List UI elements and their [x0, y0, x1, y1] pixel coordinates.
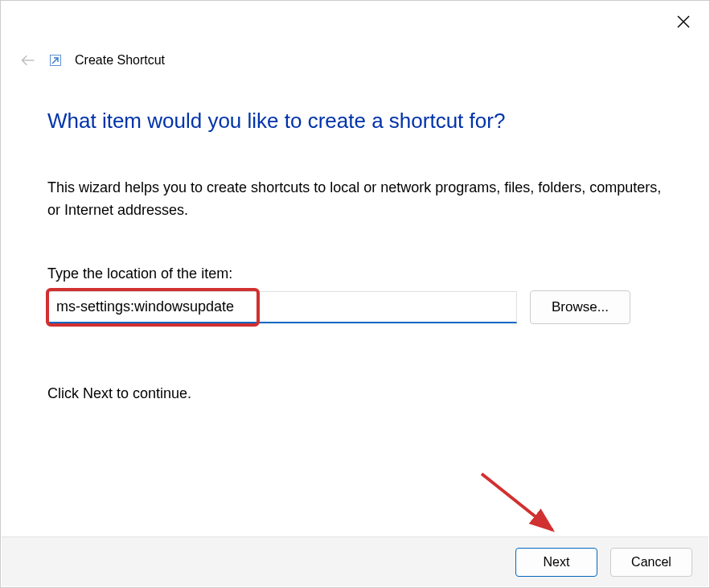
back-arrow-icon: [20, 52, 36, 68]
continue-instruction: Click Next to continue.: [47, 385, 663, 402]
annotation-arrow: [475, 467, 572, 545]
location-label: Type the location of the item:: [47, 265, 663, 282]
shortcut-icon: [47, 52, 64, 68]
back-button: [15, 47, 41, 73]
close-icon: [677, 15, 690, 28]
next-button[interactable]: Next: [515, 548, 597, 577]
location-input-wrap: [47, 291, 517, 323]
title-bar: [1, 1, 709, 39]
svg-line-5: [482, 474, 552, 530]
footer-bar: Next Cancel: [2, 537, 708, 586]
page-heading: What item would you like to create a sho…: [47, 109, 663, 134]
location-input[interactable]: [47, 291, 517, 323]
browse-button[interactable]: Browse...: [530, 290, 630, 324]
wizard-description: This wizard helps you to create shortcut…: [47, 177, 663, 222]
breadcrumb-title: Create Shortcut: [75, 53, 165, 68]
header-row: Create Shortcut: [15, 44, 695, 76]
cancel-button[interactable]: Cancel: [610, 548, 692, 577]
content-area: What item would you like to create a sho…: [47, 97, 663, 402]
input-row: Browse...: [47, 290, 663, 324]
close-button[interactable]: [669, 7, 698, 36]
